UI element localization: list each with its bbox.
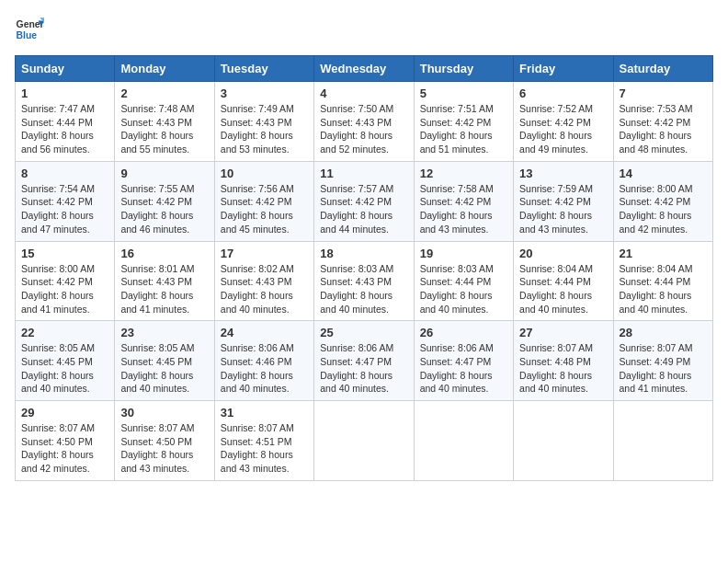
day-number: 30 — [120, 406, 208, 419]
calendar-cell: 22Sunrise: 8:05 AMSunset: 4:45 PMDayligh… — [16, 321, 115, 401]
svg-text:Blue: Blue — [17, 30, 38, 40]
day-number: 28 — [620, 326, 707, 339]
cell-content: Sunrise: 8:06 AMSunset: 4:47 PMDaylight:… — [420, 341, 507, 396]
day-number: 26 — [420, 326, 507, 339]
calendar-cell: 23Sunrise: 8:05 AMSunset: 4:45 PMDayligh… — [115, 321, 214, 401]
day-number: 9 — [120, 167, 208, 180]
day-number: 7 — [620, 86, 707, 100]
calendar-cell: 14Sunrise: 8:00 AMSunset: 4:42 PMDayligh… — [613, 161, 712, 241]
calendar-cell: 25Sunrise: 8:06 AMSunset: 4:47 PMDayligh… — [314, 321, 414, 401]
calendar-cell: 9Sunrise: 7:55 AMSunset: 4:42 PMDaylight… — [115, 161, 214, 241]
cell-content: Sunrise: 8:00 AMSunset: 4:42 PMDaylight:… — [21, 262, 108, 316]
logo-icon: General Blue — [15, 15, 44, 44]
cell-content: Sunrise: 7:54 AMSunset: 4:42 PMDaylight:… — [21, 182, 108, 236]
cell-content: Sunrise: 7:56 AMSunset: 4:42 PMDaylight:… — [221, 182, 308, 236]
calendar-cell: 6Sunrise: 7:52 AMSunset: 4:42 PMDaylight… — [514, 82, 613, 162]
cell-content: Sunrise: 8:03 AMSunset: 4:43 PMDaylight:… — [320, 262, 407, 316]
cell-content: Sunrise: 8:05 AMSunset: 4:45 PMDaylight:… — [120, 341, 208, 396]
cell-content: Sunrise: 8:06 AMSunset: 4:46 PMDaylight:… — [221, 341, 308, 396]
day-number: 16 — [120, 247, 208, 260]
calendar-cell — [514, 401, 613, 481]
day-number: 15 — [21, 247, 108, 260]
calendar-cell: 5Sunrise: 7:51 AMSunset: 4:42 PMDaylight… — [414, 82, 513, 162]
day-number: 1 — [21, 86, 108, 100]
cell-content: Sunrise: 8:07 AMSunset: 4:49 PMDaylight:… — [620, 341, 707, 396]
page-header: General Blue — [15, 15, 713, 44]
calendar-cell: 1Sunrise: 7:47 AMSunset: 4:44 PMDaylight… — [16, 82, 115, 162]
calendar-cell — [613, 401, 712, 481]
cell-content: Sunrise: 8:01 AMSunset: 4:43 PMDaylight:… — [120, 262, 208, 316]
calendar-cell: 17Sunrise: 8:02 AMSunset: 4:43 PMDayligh… — [214, 241, 313, 321]
col-header-sunday: Sunday — [16, 56, 115, 82]
day-number: 31 — [221, 406, 308, 419]
cell-content: Sunrise: 7:58 AMSunset: 4:42 PMDaylight:… — [420, 182, 507, 236]
day-number: 13 — [519, 167, 607, 180]
calendar-row-4: 22Sunrise: 8:05 AMSunset: 4:45 PMDayligh… — [16, 321, 713, 401]
calendar-cell: 24Sunrise: 8:06 AMSunset: 4:46 PMDayligh… — [214, 321, 313, 401]
cell-content: Sunrise: 7:59 AMSunset: 4:42 PMDaylight:… — [519, 182, 607, 236]
calendar-cell: 20Sunrise: 8:04 AMSunset: 4:44 PMDayligh… — [514, 241, 613, 321]
calendar-cell: 2Sunrise: 7:48 AMSunset: 4:43 PMDaylight… — [115, 82, 214, 162]
calendar-cell: 15Sunrise: 8:00 AMSunset: 4:42 PMDayligh… — [16, 241, 115, 321]
calendar-cell: 13Sunrise: 7:59 AMSunset: 4:42 PMDayligh… — [514, 161, 613, 241]
calendar-cell: 27Sunrise: 8:07 AMSunset: 4:48 PMDayligh… — [514, 321, 613, 401]
cell-content: Sunrise: 8:00 AMSunset: 4:42 PMDaylight:… — [620, 182, 707, 236]
calendar-cell: 16Sunrise: 8:01 AMSunset: 4:43 PMDayligh… — [115, 241, 214, 321]
calendar-cell — [314, 401, 414, 481]
col-header-saturday: Saturday — [613, 56, 712, 82]
day-number: 19 — [420, 247, 507, 260]
cell-content: Sunrise: 8:07 AMSunset: 4:50 PMDaylight:… — [21, 421, 108, 476]
col-header-tuesday: Tuesday — [214, 56, 313, 82]
day-number: 21 — [620, 247, 707, 260]
calendar-cell: 10Sunrise: 7:56 AMSunset: 4:42 PMDayligh… — [214, 161, 313, 241]
calendar-cell: 4Sunrise: 7:50 AMSunset: 4:43 PMDaylight… — [314, 82, 414, 162]
day-number: 14 — [620, 167, 707, 180]
day-number: 11 — [320, 167, 407, 180]
cell-content: Sunrise: 7:50 AMSunset: 4:43 PMDaylight:… — [320, 102, 407, 156]
day-number: 17 — [221, 247, 308, 260]
day-number: 5 — [420, 86, 507, 100]
calendar-cell: 18Sunrise: 8:03 AMSunset: 4:43 PMDayligh… — [314, 241, 414, 321]
day-number: 3 — [221, 86, 308, 100]
calendar-cell: 26Sunrise: 8:06 AMSunset: 4:47 PMDayligh… — [414, 321, 513, 401]
calendar-row-5: 29Sunrise: 8:07 AMSunset: 4:50 PMDayligh… — [16, 401, 713, 481]
day-number: 25 — [320, 326, 407, 339]
cell-content: Sunrise: 8:04 AMSunset: 4:44 PMDaylight:… — [519, 262, 607, 316]
col-header-thursday: Thursday — [414, 56, 513, 82]
calendar-row-1: 1Sunrise: 7:47 AMSunset: 4:44 PMDaylight… — [16, 82, 713, 162]
col-header-monday: Monday — [115, 56, 214, 82]
col-header-friday: Friday — [514, 56, 613, 82]
calendar-row-2: 8Sunrise: 7:54 AMSunset: 4:42 PMDaylight… — [16, 161, 713, 241]
col-header-wednesday: Wednesday — [314, 56, 414, 82]
calendar-cell: 28Sunrise: 8:07 AMSunset: 4:49 PMDayligh… — [613, 321, 712, 401]
calendar-cell: 3Sunrise: 7:49 AMSunset: 4:43 PMDaylight… — [214, 82, 313, 162]
day-number: 29 — [21, 406, 108, 419]
day-number: 2 — [120, 86, 208, 100]
cell-content: Sunrise: 7:47 AMSunset: 4:44 PMDaylight:… — [21, 102, 108, 156]
calendar-cell: 29Sunrise: 8:07 AMSunset: 4:50 PMDayligh… — [16, 401, 115, 481]
calendar-cell: 21Sunrise: 8:04 AMSunset: 4:44 PMDayligh… — [613, 241, 712, 321]
cell-content: Sunrise: 7:57 AMSunset: 4:42 PMDaylight:… — [320, 182, 407, 236]
cell-content: Sunrise: 7:48 AMSunset: 4:43 PMDaylight:… — [120, 102, 208, 156]
day-number: 24 — [221, 326, 308, 339]
cell-content: Sunrise: 8:07 AMSunset: 4:50 PMDaylight:… — [120, 421, 208, 476]
calendar-cell: 7Sunrise: 7:53 AMSunset: 4:42 PMDaylight… — [613, 82, 712, 162]
day-number: 4 — [320, 86, 407, 100]
day-number: 10 — [221, 167, 308, 180]
calendar-table: SundayMondayTuesdayWednesdayThursdayFrid… — [15, 55, 713, 481]
cell-content: Sunrise: 7:51 AMSunset: 4:42 PMDaylight:… — [420, 102, 507, 156]
calendar-cell: 19Sunrise: 8:03 AMSunset: 4:44 PMDayligh… — [414, 241, 513, 321]
cell-content: Sunrise: 7:49 AMSunset: 4:43 PMDaylight:… — [221, 102, 308, 156]
calendar-row-3: 15Sunrise: 8:00 AMSunset: 4:42 PMDayligh… — [16, 241, 713, 321]
day-number: 6 — [519, 86, 607, 100]
cell-content: Sunrise: 8:07 AMSunset: 4:51 PMDaylight:… — [221, 421, 308, 476]
calendar-cell: 31Sunrise: 8:07 AMSunset: 4:51 PMDayligh… — [214, 401, 313, 481]
day-number: 20 — [519, 247, 607, 260]
cell-content: Sunrise: 8:07 AMSunset: 4:48 PMDaylight:… — [519, 341, 607, 396]
day-number: 23 — [120, 326, 208, 339]
header-row: SundayMondayTuesdayWednesdayThursdayFrid… — [16, 56, 713, 82]
calendar-cell: 12Sunrise: 7:58 AMSunset: 4:42 PMDayligh… — [414, 161, 513, 241]
cell-content: Sunrise: 7:52 AMSunset: 4:42 PMDaylight:… — [519, 102, 607, 156]
cell-content: Sunrise: 8:06 AMSunset: 4:47 PMDaylight:… — [320, 341, 407, 396]
logo: General Blue — [15, 15, 44, 44]
